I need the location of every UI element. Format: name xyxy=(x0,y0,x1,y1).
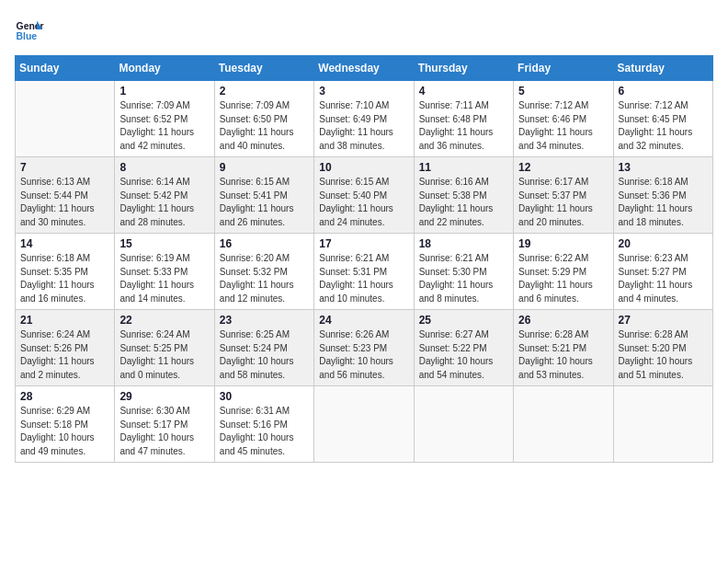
day-info: Sunrise: 6:25 AMSunset: 5:24 PMDaylight:… xyxy=(220,328,309,382)
day-info: Sunrise: 7:09 AMSunset: 6:50 PMDaylight:… xyxy=(220,99,309,153)
day-number: 1 xyxy=(119,85,209,98)
day-number: 8 xyxy=(119,161,209,174)
day-number: 2 xyxy=(220,85,309,98)
calendar-cell: 10Sunrise: 6:15 AMSunset: 5:40 PMDayligh… xyxy=(314,157,414,234)
day-number: 14 xyxy=(20,237,109,250)
day-info: Sunrise: 7:12 AMSunset: 6:45 PMDaylight:… xyxy=(619,99,708,153)
day-info: Sunrise: 6:24 AMSunset: 5:26 PMDaylight:… xyxy=(20,328,109,382)
col-header-tuesday: Tuesday xyxy=(214,56,313,81)
week-row-2: 7Sunrise: 6:13 AMSunset: 5:44 PMDaylight… xyxy=(16,157,713,234)
week-row-5: 28Sunrise: 6:29 AMSunset: 5:18 PMDayligh… xyxy=(16,386,713,463)
day-info: Sunrise: 6:24 AMSunset: 5:25 PMDaylight:… xyxy=(119,328,209,382)
calendar-cell: 16Sunrise: 6:20 AMSunset: 5:32 PMDayligh… xyxy=(214,234,313,310)
day-info: Sunrise: 6:31 AMSunset: 5:16 PMDaylight:… xyxy=(220,405,309,458)
day-number: 20 xyxy=(619,237,708,250)
day-number: 11 xyxy=(419,161,508,174)
calendar-cell: 20Sunrise: 6:23 AMSunset: 5:27 PMDayligh… xyxy=(613,234,712,310)
day-number: 27 xyxy=(619,314,708,327)
day-number: 5 xyxy=(518,85,608,98)
day-info: Sunrise: 6:14 AMSunset: 5:42 PMDaylight:… xyxy=(119,176,209,229)
day-number: 21 xyxy=(20,314,109,327)
day-number: 13 xyxy=(619,161,708,174)
week-row-1: 1Sunrise: 7:09 AMSunset: 6:52 PMDaylight… xyxy=(16,81,713,157)
calendar-cell: 12Sunrise: 6:17 AMSunset: 5:37 PMDayligh… xyxy=(514,157,613,234)
calendar-cell: 18Sunrise: 6:21 AMSunset: 5:30 PMDayligh… xyxy=(414,234,513,310)
day-info: Sunrise: 7:11 AMSunset: 6:48 PMDaylight:… xyxy=(419,99,508,153)
calendar-cell: 8Sunrise: 6:14 AMSunset: 5:42 PMDaylight… xyxy=(115,157,214,234)
calendar-header-row: SundayMondayTuesdayWednesdayThursdayFrid… xyxy=(16,56,713,81)
calendar-cell: 1Sunrise: 7:09 AMSunset: 6:52 PMDaylight… xyxy=(115,81,214,157)
week-row-4: 21Sunrise: 6:24 AMSunset: 5:26 PMDayligh… xyxy=(16,310,713,386)
col-header-monday: Monday xyxy=(115,56,214,81)
day-info: Sunrise: 6:19 AMSunset: 5:33 PMDaylight:… xyxy=(119,252,209,305)
calendar-cell: 15Sunrise: 6:19 AMSunset: 5:33 PMDayligh… xyxy=(115,234,214,310)
day-info: Sunrise: 6:15 AMSunset: 5:40 PMDaylight:… xyxy=(319,176,408,229)
day-info: Sunrise: 7:09 AMSunset: 6:52 PMDaylight:… xyxy=(119,99,209,153)
calendar-cell: 21Sunrise: 6:24 AMSunset: 5:26 PMDayligh… xyxy=(16,310,115,386)
calendar-cell: 22Sunrise: 6:24 AMSunset: 5:25 PMDayligh… xyxy=(115,310,214,386)
day-number: 25 xyxy=(419,314,508,327)
day-number: 19 xyxy=(518,237,608,250)
calendar-cell: 6Sunrise: 7:12 AMSunset: 6:45 PMDaylight… xyxy=(613,81,712,157)
day-info: Sunrise: 6:28 AMSunset: 5:21 PMDaylight:… xyxy=(518,328,608,382)
calendar-cell: 30Sunrise: 6:31 AMSunset: 5:16 PMDayligh… xyxy=(214,386,313,463)
calendar-table: SundayMondayTuesdayWednesdayThursdayFrid… xyxy=(15,55,713,463)
calendar-cell xyxy=(16,81,115,157)
day-number: 16 xyxy=(220,237,309,250)
day-info: Sunrise: 6:23 AMSunset: 5:27 PMDaylight:… xyxy=(619,252,708,305)
day-info: Sunrise: 6:18 AMSunset: 5:35 PMDaylight:… xyxy=(20,252,109,305)
day-info: Sunrise: 6:21 AMSunset: 5:30 PMDaylight:… xyxy=(419,252,508,305)
day-number: 28 xyxy=(20,390,109,403)
day-info: Sunrise: 6:16 AMSunset: 5:38 PMDaylight:… xyxy=(419,176,508,229)
day-number: 23 xyxy=(220,314,309,327)
calendar-cell: 17Sunrise: 6:21 AMSunset: 5:31 PMDayligh… xyxy=(314,234,414,310)
calendar-cell xyxy=(414,386,513,463)
day-number: 9 xyxy=(220,161,309,174)
day-info: Sunrise: 6:20 AMSunset: 5:32 PMDaylight:… xyxy=(220,252,309,305)
logo-icon: General Blue xyxy=(15,15,44,44)
calendar-cell: 14Sunrise: 6:18 AMSunset: 5:35 PMDayligh… xyxy=(16,234,115,310)
day-number: 4 xyxy=(419,85,508,98)
day-info: Sunrise: 7:12 AMSunset: 6:46 PMDaylight:… xyxy=(518,99,608,153)
day-number: 3 xyxy=(319,85,408,98)
calendar-cell: 7Sunrise: 6:13 AMSunset: 5:44 PMDaylight… xyxy=(16,157,115,234)
calendar-cell: 2Sunrise: 7:09 AMSunset: 6:50 PMDaylight… xyxy=(214,81,313,157)
day-info: Sunrise: 6:18 AMSunset: 5:36 PMDaylight:… xyxy=(619,176,708,229)
col-header-friday: Friday xyxy=(514,56,613,81)
day-info: Sunrise: 6:29 AMSunset: 5:18 PMDaylight:… xyxy=(20,405,109,458)
day-number: 30 xyxy=(220,390,309,403)
day-info: Sunrise: 6:26 AMSunset: 5:23 PMDaylight:… xyxy=(319,328,408,382)
day-number: 12 xyxy=(518,161,608,174)
day-number: 17 xyxy=(319,237,408,250)
calendar-cell: 4Sunrise: 7:11 AMSunset: 6:48 PMDaylight… xyxy=(414,81,513,157)
calendar-cell: 27Sunrise: 6:28 AMSunset: 5:20 PMDayligh… xyxy=(613,310,712,386)
day-info: Sunrise: 6:22 AMSunset: 5:29 PMDaylight:… xyxy=(518,252,608,305)
calendar-cell: 26Sunrise: 6:28 AMSunset: 5:21 PMDayligh… xyxy=(514,310,613,386)
col-header-saturday: Saturday xyxy=(613,56,712,81)
calendar-cell: 28Sunrise: 6:29 AMSunset: 5:18 PMDayligh… xyxy=(16,386,115,463)
day-info: Sunrise: 6:21 AMSunset: 5:31 PMDaylight:… xyxy=(319,252,408,305)
calendar-cell: 5Sunrise: 7:12 AMSunset: 6:46 PMDaylight… xyxy=(514,81,613,157)
day-number: 15 xyxy=(119,237,209,250)
logo: General Blue xyxy=(15,15,48,44)
day-number: 29 xyxy=(119,390,209,403)
calendar-cell xyxy=(314,386,414,463)
day-info: Sunrise: 6:15 AMSunset: 5:41 PMDaylight:… xyxy=(220,176,309,229)
col-header-thursday: Thursday xyxy=(414,56,513,81)
calendar-cell: 23Sunrise: 6:25 AMSunset: 5:24 PMDayligh… xyxy=(214,310,313,386)
col-header-sunday: Sunday xyxy=(16,56,115,81)
calendar-cell: 24Sunrise: 6:26 AMSunset: 5:23 PMDayligh… xyxy=(314,310,414,386)
day-info: Sunrise: 6:27 AMSunset: 5:22 PMDaylight:… xyxy=(419,328,508,382)
calendar-cell: 25Sunrise: 6:27 AMSunset: 5:22 PMDayligh… xyxy=(414,310,513,386)
calendar-cell: 9Sunrise: 6:15 AMSunset: 5:41 PMDaylight… xyxy=(214,157,313,234)
calendar-cell xyxy=(613,386,712,463)
day-info: Sunrise: 6:30 AMSunset: 5:17 PMDaylight:… xyxy=(119,405,209,458)
calendar-cell: 3Sunrise: 7:10 AMSunset: 6:49 PMDaylight… xyxy=(314,81,414,157)
calendar-cell: 29Sunrise: 6:30 AMSunset: 5:17 PMDayligh… xyxy=(115,386,214,463)
day-info: Sunrise: 7:10 AMSunset: 6:49 PMDaylight:… xyxy=(319,99,408,153)
calendar-cell: 19Sunrise: 6:22 AMSunset: 5:29 PMDayligh… xyxy=(514,234,613,310)
day-number: 26 xyxy=(518,314,608,327)
calendar-cell xyxy=(514,386,613,463)
calendar-cell: 13Sunrise: 6:18 AMSunset: 5:36 PMDayligh… xyxy=(613,157,712,234)
day-info: Sunrise: 6:13 AMSunset: 5:44 PMDaylight:… xyxy=(20,176,109,229)
